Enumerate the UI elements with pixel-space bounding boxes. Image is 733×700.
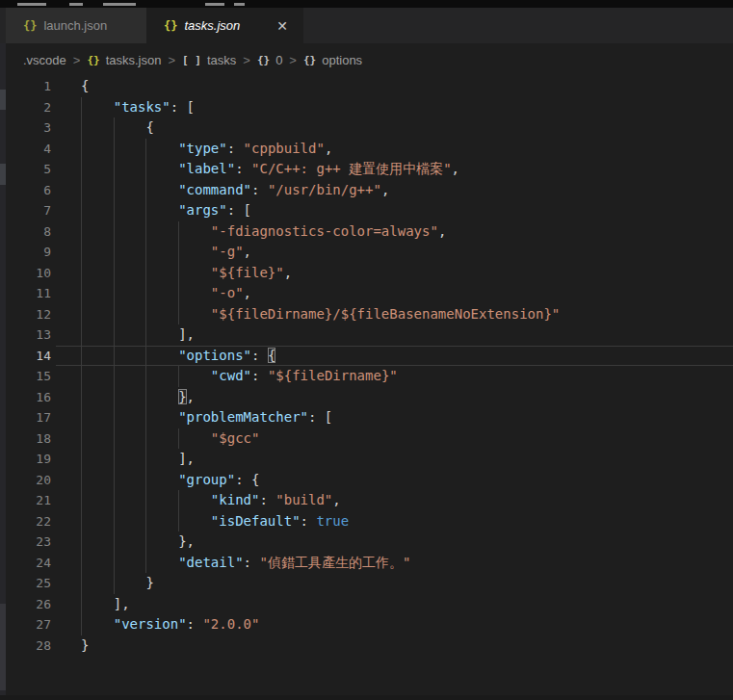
- code-line[interactable]: 12 "${fileDirname}/${fileBasenameNoExten…: [0, 304, 733, 325]
- indent-guide: [114, 387, 115, 408]
- tab-bar: {}launch.json{}tasks.json✕: [0, 8, 733, 43]
- line-number[interactable]: 27: [6, 614, 51, 635]
- line-content: },: [81, 387, 195, 408]
- code-line[interactable]: 9 "-g",: [0, 242, 733, 263]
- line-number[interactable]: 12: [6, 304, 51, 325]
- code-line[interactable]: 16 },: [0, 387, 733, 408]
- line-content: "label": "C/C++: g++ 建置使用中檔案",: [81, 159, 459, 180]
- code-token: ],: [81, 326, 195, 342]
- code-line[interactable]: 23 },: [0, 531, 733, 553]
- editor[interactable]: 1{2 "tasks": [3 {4 "type": "cppbuild",5 …: [0, 76, 733, 695]
- code-line[interactable]: 20 "group": {: [0, 470, 733, 491]
- code-line[interactable]: 10 "${file}",: [0, 263, 733, 284]
- line-number[interactable]: 26: [6, 594, 51, 615]
- indent-guide: [114, 324, 115, 346]
- line-number[interactable]: 8: [6, 221, 51, 243]
- code-line[interactable]: 1{: [0, 76, 733, 97]
- indent-guide: [81, 407, 82, 428]
- code-line[interactable]: 24 "detail": "偵錯工具產生的工作。": [0, 553, 733, 574]
- code-line[interactable]: 6 "command": "/usr/bin/g++",: [0, 180, 733, 201]
- line-number[interactable]: 7: [6, 200, 51, 221]
- indent-guide: [145, 200, 146, 221]
- breadcrumb-item-options[interactable]: {}options: [303, 53, 362, 67]
- code-line[interactable]: 21 "kind": "build",: [0, 490, 733, 511]
- breadcrumb-item-tasks[interactable]: [ ]tasks: [182, 53, 236, 67]
- breadcrumb-item-tasks-json[interactable]: {}tasks.json: [87, 53, 161, 67]
- indent-guide: [114, 263, 115, 284]
- tab-launch-json[interactable]: {}launch.json: [6, 8, 146, 43]
- code-line[interactable]: 13 ],: [0, 324, 733, 346]
- code-line[interactable]: 8 "-fdiagnostics-color=always",: [0, 221, 733, 243]
- line-number[interactable]: 16: [6, 387, 51, 408]
- code-line[interactable]: 27 "version": "2.0.0": [0, 614, 733, 635]
- code-line[interactable]: 22 "isDefault": true: [0, 511, 733, 532]
- line-number[interactable]: 25: [6, 573, 51, 594]
- close-tab-icon[interactable]: ✕: [275, 17, 290, 35]
- breadcrumb-item--vscode[interactable]: .vscode: [23, 53, 66, 67]
- line-number[interactable]: 3: [6, 117, 51, 139]
- indent-guide: [114, 531, 115, 553]
- code-line[interactable]: 25 }: [0, 573, 733, 594]
- indent-guide: [81, 553, 82, 574]
- code-line[interactable]: 11 "-o",: [0, 283, 733, 304]
- tab-tasks-json[interactable]: {}tasks.json✕: [146, 8, 303, 43]
- indent-guide: [145, 180, 146, 201]
- menubar-clipped-text: [234, 3, 245, 6]
- line-number[interactable]: 23: [6, 531, 51, 553]
- line-content: "-g",: [81, 242, 251, 263]
- breadcrumb-label: .vscode: [23, 53, 66, 67]
- line-number[interactable]: 21: [6, 490, 51, 511]
- bracket-match: }: [178, 389, 186, 404]
- tab-label: launch.json: [43, 18, 107, 33]
- line-number[interactable]: 2: [6, 97, 51, 118]
- code-line[interactable]: 5 "label": "C/C++: g++ 建置使用中檔案",: [0, 159, 733, 180]
- line-number[interactable]: 22: [6, 511, 51, 532]
- code-line[interactable]: 15 "cwd": "${fileDirname}": [0, 366, 733, 387]
- line-number[interactable]: 18: [6, 428, 51, 450]
- code-line[interactable]: 28}: [0, 635, 733, 657]
- indent-guide: [114, 159, 115, 180]
- indent-guide: [178, 221, 179, 243]
- indent-guide: [81, 304, 82, 325]
- code-line[interactable]: 4 "type": "cppbuild",: [0, 139, 733, 160]
- line-number[interactable]: 14: [6, 346, 51, 367]
- line-number[interactable]: 5: [6, 159, 51, 180]
- indent-guide: [178, 304, 179, 325]
- line-number[interactable]: 28: [6, 635, 51, 657]
- line-number[interactable]: 17: [6, 407, 51, 428]
- indent-guide: [145, 490, 146, 511]
- line-number[interactable]: 10: [6, 263, 51, 284]
- line-number[interactable]: 11: [6, 283, 51, 304]
- code-token: ,: [325, 141, 332, 156]
- line-number[interactable]: 24: [6, 553, 51, 574]
- line-number[interactable]: 6: [6, 180, 51, 201]
- code-token: "version": [114, 616, 187, 632]
- line-number[interactable]: 13: [6, 324, 51, 346]
- indent-guide: [114, 180, 115, 201]
- symbol-object-icon: {}: [257, 54, 270, 66]
- code-line[interactable]: 7 "args": [: [0, 200, 733, 221]
- breadcrumb-separator: >: [168, 53, 175, 67]
- line-content: "command": "/usr/bin/g++",: [81, 180, 389, 201]
- code-line[interactable]: 2 "tasks": [: [0, 97, 733, 118]
- code-line[interactable]: 3 {: [0, 117, 733, 139]
- line-number[interactable]: 20: [6, 470, 51, 491]
- line-number[interactable]: 19: [6, 449, 51, 470]
- line-number[interactable]: 4: [6, 139, 51, 160]
- line-number[interactable]: 9: [6, 242, 51, 263]
- code-line[interactable]: 26 ],: [0, 594, 733, 615]
- code-line[interactable]: 17 "problemMatcher": [: [0, 407, 733, 428]
- line-number[interactable]: 1: [6, 76, 51, 97]
- code-line[interactable]: 14 "options": {: [0, 346, 733, 367]
- indent-guide: [81, 428, 82, 450]
- indent-guide: [81, 180, 82, 201]
- indent-guide: [114, 553, 115, 574]
- code-line[interactable]: 18 "$gcc": [0, 428, 733, 450]
- breadcrumb-item-0[interactable]: {}0: [257, 53, 282, 67]
- line-content: "options": {: [81, 346, 275, 367]
- line-number[interactable]: 15: [6, 366, 51, 387]
- indent-guide: [114, 449, 115, 470]
- indent-guide: [114, 139, 115, 160]
- code-line[interactable]: 19 ],: [0, 449, 733, 470]
- code-token: "$gcc": [211, 430, 260, 446]
